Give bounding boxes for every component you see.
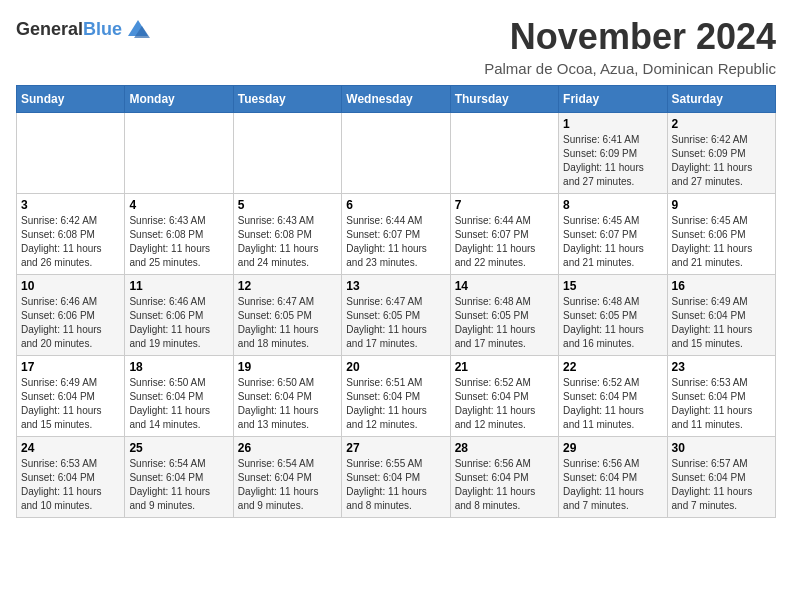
calendar-cell bbox=[450, 113, 558, 194]
day-number: 6 bbox=[346, 198, 445, 212]
calendar-week-row: 10Sunrise: 6:46 AM Sunset: 6:06 PM Dayli… bbox=[17, 275, 776, 356]
day-detail: Sunrise: 6:45 AM Sunset: 6:07 PM Dayligh… bbox=[563, 214, 662, 270]
day-number: 22 bbox=[563, 360, 662, 374]
day-number: 30 bbox=[672, 441, 771, 455]
calendar-cell: 20Sunrise: 6:51 AM Sunset: 6:04 PM Dayli… bbox=[342, 356, 450, 437]
weekday-header: Saturday bbox=[667, 86, 775, 113]
day-detail: Sunrise: 6:57 AM Sunset: 6:04 PM Dayligh… bbox=[672, 457, 771, 513]
day-detail: Sunrise: 6:51 AM Sunset: 6:04 PM Dayligh… bbox=[346, 376, 445, 432]
day-detail: Sunrise: 6:48 AM Sunset: 6:05 PM Dayligh… bbox=[455, 295, 554, 351]
day-number: 10 bbox=[21, 279, 120, 293]
weekday-header: Tuesday bbox=[233, 86, 341, 113]
day-detail: Sunrise: 6:52 AM Sunset: 6:04 PM Dayligh… bbox=[563, 376, 662, 432]
calendar-body: 1Sunrise: 6:41 AM Sunset: 6:09 PM Daylig… bbox=[17, 113, 776, 518]
title-area: November 2024 Palmar de Ocoa, Azua, Domi… bbox=[484, 16, 776, 77]
calendar-cell: 3Sunrise: 6:42 AM Sunset: 6:08 PM Daylig… bbox=[17, 194, 125, 275]
day-detail: Sunrise: 6:53 AM Sunset: 6:04 PM Dayligh… bbox=[21, 457, 120, 513]
calendar-week-row: 1Sunrise: 6:41 AM Sunset: 6:09 PM Daylig… bbox=[17, 113, 776, 194]
calendar-cell: 7Sunrise: 6:44 AM Sunset: 6:07 PM Daylig… bbox=[450, 194, 558, 275]
calendar-cell: 19Sunrise: 6:50 AM Sunset: 6:04 PM Dayli… bbox=[233, 356, 341, 437]
calendar-cell bbox=[17, 113, 125, 194]
day-detail: Sunrise: 6:53 AM Sunset: 6:04 PM Dayligh… bbox=[672, 376, 771, 432]
location-title: Palmar de Ocoa, Azua, Dominican Republic bbox=[484, 60, 776, 77]
day-number: 3 bbox=[21, 198, 120, 212]
day-number: 20 bbox=[346, 360, 445, 374]
weekday-header: Monday bbox=[125, 86, 233, 113]
calendar-cell: 10Sunrise: 6:46 AM Sunset: 6:06 PM Dayli… bbox=[17, 275, 125, 356]
day-number: 15 bbox=[563, 279, 662, 293]
day-detail: Sunrise: 6:49 AM Sunset: 6:04 PM Dayligh… bbox=[672, 295, 771, 351]
calendar-cell: 1Sunrise: 6:41 AM Sunset: 6:09 PM Daylig… bbox=[559, 113, 667, 194]
day-detail: Sunrise: 6:41 AM Sunset: 6:09 PM Dayligh… bbox=[563, 133, 662, 189]
day-number: 11 bbox=[129, 279, 228, 293]
calendar-cell: 8Sunrise: 6:45 AM Sunset: 6:07 PM Daylig… bbox=[559, 194, 667, 275]
day-detail: Sunrise: 6:44 AM Sunset: 6:07 PM Dayligh… bbox=[346, 214, 445, 270]
calendar-cell: 14Sunrise: 6:48 AM Sunset: 6:05 PM Dayli… bbox=[450, 275, 558, 356]
weekday-header: Thursday bbox=[450, 86, 558, 113]
calendar-cell: 25Sunrise: 6:54 AM Sunset: 6:04 PM Dayli… bbox=[125, 437, 233, 518]
calendar-cell: 4Sunrise: 6:43 AM Sunset: 6:08 PM Daylig… bbox=[125, 194, 233, 275]
day-detail: Sunrise: 6:47 AM Sunset: 6:05 PM Dayligh… bbox=[238, 295, 337, 351]
day-number: 25 bbox=[129, 441, 228, 455]
day-number: 21 bbox=[455, 360, 554, 374]
calendar-cell: 30Sunrise: 6:57 AM Sunset: 6:04 PM Dayli… bbox=[667, 437, 775, 518]
weekday-header: Friday bbox=[559, 86, 667, 113]
calendar-cell: 5Sunrise: 6:43 AM Sunset: 6:08 PM Daylig… bbox=[233, 194, 341, 275]
day-detail: Sunrise: 6:50 AM Sunset: 6:04 PM Dayligh… bbox=[129, 376, 228, 432]
calendar-cell: 28Sunrise: 6:56 AM Sunset: 6:04 PM Dayli… bbox=[450, 437, 558, 518]
day-detail: Sunrise: 6:46 AM Sunset: 6:06 PM Dayligh… bbox=[129, 295, 228, 351]
day-number: 13 bbox=[346, 279, 445, 293]
day-number: 16 bbox=[672, 279, 771, 293]
calendar-cell bbox=[125, 113, 233, 194]
calendar-week-row: 17Sunrise: 6:49 AM Sunset: 6:04 PM Dayli… bbox=[17, 356, 776, 437]
day-number: 24 bbox=[21, 441, 120, 455]
day-number: 1 bbox=[563, 117, 662, 131]
calendar-header: SundayMondayTuesdayWednesdayThursdayFrid… bbox=[17, 86, 776, 113]
day-detail: Sunrise: 6:52 AM Sunset: 6:04 PM Dayligh… bbox=[455, 376, 554, 432]
day-number: 14 bbox=[455, 279, 554, 293]
calendar-cell: 21Sunrise: 6:52 AM Sunset: 6:04 PM Dayli… bbox=[450, 356, 558, 437]
day-detail: Sunrise: 6:56 AM Sunset: 6:04 PM Dayligh… bbox=[563, 457, 662, 513]
calendar-cell bbox=[342, 113, 450, 194]
day-detail: Sunrise: 6:54 AM Sunset: 6:04 PM Dayligh… bbox=[129, 457, 228, 513]
calendar-cell: 6Sunrise: 6:44 AM Sunset: 6:07 PM Daylig… bbox=[342, 194, 450, 275]
logo-icon bbox=[124, 16, 152, 44]
calendar-cell: 2Sunrise: 6:42 AM Sunset: 6:09 PM Daylig… bbox=[667, 113, 775, 194]
day-detail: Sunrise: 6:44 AM Sunset: 6:07 PM Dayligh… bbox=[455, 214, 554, 270]
day-detail: Sunrise: 6:56 AM Sunset: 6:04 PM Dayligh… bbox=[455, 457, 554, 513]
day-detail: Sunrise: 6:47 AM Sunset: 6:05 PM Dayligh… bbox=[346, 295, 445, 351]
calendar-cell: 11Sunrise: 6:46 AM Sunset: 6:06 PM Dayli… bbox=[125, 275, 233, 356]
calendar-cell: 15Sunrise: 6:48 AM Sunset: 6:05 PM Dayli… bbox=[559, 275, 667, 356]
day-detail: Sunrise: 6:49 AM Sunset: 6:04 PM Dayligh… bbox=[21, 376, 120, 432]
calendar-cell: 29Sunrise: 6:56 AM Sunset: 6:04 PM Dayli… bbox=[559, 437, 667, 518]
day-detail: Sunrise: 6:48 AM Sunset: 6:05 PM Dayligh… bbox=[563, 295, 662, 351]
day-detail: Sunrise: 6:42 AM Sunset: 6:08 PM Dayligh… bbox=[21, 214, 120, 270]
day-number: 12 bbox=[238, 279, 337, 293]
calendar-cell: 12Sunrise: 6:47 AM Sunset: 6:05 PM Dayli… bbox=[233, 275, 341, 356]
day-number: 18 bbox=[129, 360, 228, 374]
day-detail: Sunrise: 6:55 AM Sunset: 6:04 PM Dayligh… bbox=[346, 457, 445, 513]
weekday-header: Wednesday bbox=[342, 86, 450, 113]
calendar-table: SundayMondayTuesdayWednesdayThursdayFrid… bbox=[16, 85, 776, 518]
calendar-cell: 24Sunrise: 6:53 AM Sunset: 6:04 PM Dayli… bbox=[17, 437, 125, 518]
logo: GeneralBlue bbox=[16, 16, 152, 44]
calendar-cell: 17Sunrise: 6:49 AM Sunset: 6:04 PM Dayli… bbox=[17, 356, 125, 437]
day-detail: Sunrise: 6:43 AM Sunset: 6:08 PM Dayligh… bbox=[129, 214, 228, 270]
day-number: 27 bbox=[346, 441, 445, 455]
day-number: 17 bbox=[21, 360, 120, 374]
calendar-cell: 13Sunrise: 6:47 AM Sunset: 6:05 PM Dayli… bbox=[342, 275, 450, 356]
day-number: 2 bbox=[672, 117, 771, 131]
header-row: SundayMondayTuesdayWednesdayThursdayFrid… bbox=[17, 86, 776, 113]
month-title: November 2024 bbox=[484, 16, 776, 58]
calendar-cell: 27Sunrise: 6:55 AM Sunset: 6:04 PM Dayli… bbox=[342, 437, 450, 518]
day-number: 7 bbox=[455, 198, 554, 212]
day-number: 29 bbox=[563, 441, 662, 455]
day-detail: Sunrise: 6:43 AM Sunset: 6:08 PM Dayligh… bbox=[238, 214, 337, 270]
day-number: 8 bbox=[563, 198, 662, 212]
calendar-cell: 23Sunrise: 6:53 AM Sunset: 6:04 PM Dayli… bbox=[667, 356, 775, 437]
day-detail: Sunrise: 6:45 AM Sunset: 6:06 PM Dayligh… bbox=[672, 214, 771, 270]
calendar-week-row: 24Sunrise: 6:53 AM Sunset: 6:04 PM Dayli… bbox=[17, 437, 776, 518]
day-number: 28 bbox=[455, 441, 554, 455]
day-detail: Sunrise: 6:54 AM Sunset: 6:04 PM Dayligh… bbox=[238, 457, 337, 513]
day-detail: Sunrise: 6:42 AM Sunset: 6:09 PM Dayligh… bbox=[672, 133, 771, 189]
